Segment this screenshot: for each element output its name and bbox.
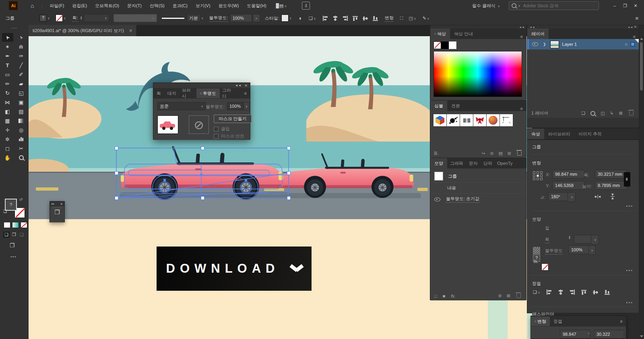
collapse-dock-b-icon[interactable]: ◄◄ [627,26,633,29]
stroke-weight-stepper[interactable]: ▲▼ [80,16,83,20]
artboard-tool[interactable]: ◻ [2,144,13,153]
dock-scrollbar[interactable] [639,36,644,339]
recolor-artwork-icon[interactable]: ◑ [298,15,301,21]
fill-color-chip[interactable]: ? [39,14,47,22]
locate-object-icon[interactable] [590,111,595,116]
new-layer-icon[interactable]: ⊞ [619,111,623,116]
home-icon[interactable]: ⌂ [31,2,34,9]
flip-vertical-icon[interactable]: ▸|◂ [610,194,615,199]
new-symbol-icon[interactable]: ⊞ [508,151,511,156]
prop-align-left-icon[interactable] [546,290,552,295]
toolbar-grip[interactable]: ••• [0,26,29,30]
y-field[interactable]: 146.5358 [552,181,584,190]
expand-panel-icon[interactable]: ▸▸ [52,202,54,205]
align-more-options[interactable]: ••• [626,300,633,305]
close-mini-panel-icon[interactable]: ✕ [60,202,63,206]
transform-dock-menu-icon[interactable]: ≡ [620,319,623,324]
menu-effect[interactable]: 효과(C) [169,0,192,11]
prop-stroke-dropdown[interactable]: ∨ [591,235,599,244]
opacity-spinner[interactable]: › [253,14,260,22]
appearance-row-group[interactable]: 그룹 [430,168,526,182]
tab-gradient[interactable]: 그라디 [220,88,237,98]
scrollbar-thumb[interactable] [640,42,643,90]
isolate-selection-icon[interactable]: ⛶ [400,16,403,21]
shape-builder-tool[interactable]: ◧ [2,107,13,116]
scroll-down-icon[interactable] [640,335,643,337]
prop-opacity-label[interactable]: 불투명도 [545,248,563,255]
layer-row[interactable]: ❯ Layer 1 ○ [527,39,639,49]
new-sublayer-icon[interactable]: ↳ [610,111,614,116]
symbol-grunge-texture[interactable]: ▓▒▓ [460,114,473,126]
free-transform-tool[interactable]: ▣ [16,98,27,107]
screen-mode-button[interactable]: ❐ [10,242,15,249]
visibility-eye-icon[interactable] [434,197,440,201]
stroke-weight-field[interactable]: ∨ [84,14,109,22]
flip-horizontal-icon[interactable]: ▸|◂ [595,194,601,199]
slice-tool[interactable]: ✂ [16,144,27,153]
place-symbol-icon[interactable]: ↪ [481,151,485,156]
direct-selection-tool[interactable]: ➢ [16,33,27,42]
close-button[interactable]: ✕ [630,3,641,8]
layer-visibility-icon[interactable] [532,42,538,46]
gradient-tool[interactable] [16,116,27,125]
rotate-tool[interactable]: ↻ [2,88,13,97]
workspace-switcher[interactable]: 필수 클래식 ∨ [472,3,500,9]
shaper-tool[interactable]: ✏ [2,79,13,88]
curvature-tool[interactable]: ✑ [16,51,27,60]
selection-tool[interactable]: ➤ [2,33,13,42]
transform-link[interactable]: 변형 [385,15,394,22]
arrange-documents-icon[interactable]: ▉▤∨ [276,3,287,8]
tab-graphic-styles[interactable]: 그래픽 [447,158,466,168]
symbol-options-icon[interactable]: ▤ [498,151,502,156]
paintbrush-tool[interactable]: ✐ [16,70,27,79]
tab-stroke[interactable]: 획 [153,88,164,98]
menu-window[interactable]: 윈도우(W) [215,0,243,11]
scroll-up-icon[interactable] [640,38,643,40]
zoom-tool[interactable] [16,153,27,162]
tab-color[interactable]: ◊색상 [430,29,450,39]
invert-mask-checkbox[interactable] [214,134,219,139]
make-clip-mask-icon[interactable]: ◫ [601,111,605,116]
pen-tool[interactable]: ✒ [2,51,13,60]
blend-tool[interactable]: ◎ [16,125,27,134]
color-panel-menu-icon[interactable]: ≡ [520,34,523,39]
selection-handle[interactable] [201,196,204,200]
color-spectrum[interactable] [433,51,522,97]
graphic-style-chip[interactable] [281,14,289,22]
dock-w-field[interactable]: 30.322 [594,330,624,339]
appearance-row-opacity[interactable]: 불투명도: 초기값 [430,193,526,205]
collect-for-export-icon[interactable]: ❏ [581,111,585,116]
prop-align-hcenter-icon[interactable] [558,290,564,295]
align-bottom-icon[interactable] [373,16,378,21]
prop-align-bottom-icon[interactable] [605,290,610,295]
prop-opacity-spinner[interactable]: › [588,245,596,255]
add-stroke-icon[interactable]: □ [434,294,437,298]
illustrator-logo[interactable]: Ai [9,1,18,10]
draw-normal-button[interactable]: ❏ [3,232,10,238]
align-left-icon[interactable] [322,16,328,21]
stroke-style-control[interactable]: 기본∨ [162,14,204,22]
menu-help[interactable]: 도움말(H) [243,0,270,11]
selection-handle[interactable] [287,196,291,200]
opacity-label[interactable]: 불투명도: [209,15,228,22]
selection-handle[interactable] [115,146,118,150]
none-swatch[interactable] [433,41,441,49]
angle-dropdown-icon[interactable]: ∨ [568,192,576,202]
collapse-panel-icon[interactable]: ◄◄ [235,84,242,87]
layer-thumbnail[interactable] [550,41,559,48]
prop-align-top-icon[interactable] [581,290,587,295]
color-mode-button[interactable] [4,222,10,228]
prop-stroke-stepper[interactable]: ▲▼ [568,236,571,240]
constrain-proportions-icon[interactable]: ∞ [624,172,630,187]
reference-point-grid[interactable] [533,171,543,180]
column-graph-tool[interactable] [16,135,27,144]
stock-search[interactable]: ∨ [509,1,599,10]
tab-transparency[interactable]: ◊투명도 [196,88,220,98]
tab-brushes[interactable]: 브러시 [180,88,196,98]
document-tab[interactable]: ti209a4901.ai* @ 300% (RGB/GPU 미리 보기) ✕ [29,25,137,36]
none-mode-button[interactable] [21,222,27,228]
menu-select[interactable]: 선택(S) [146,0,169,11]
add-effect-icon[interactable]: fx. [451,294,456,298]
object-thumbnail[interactable] [157,115,178,134]
opacity-field[interactable]: 100% [230,14,252,22]
